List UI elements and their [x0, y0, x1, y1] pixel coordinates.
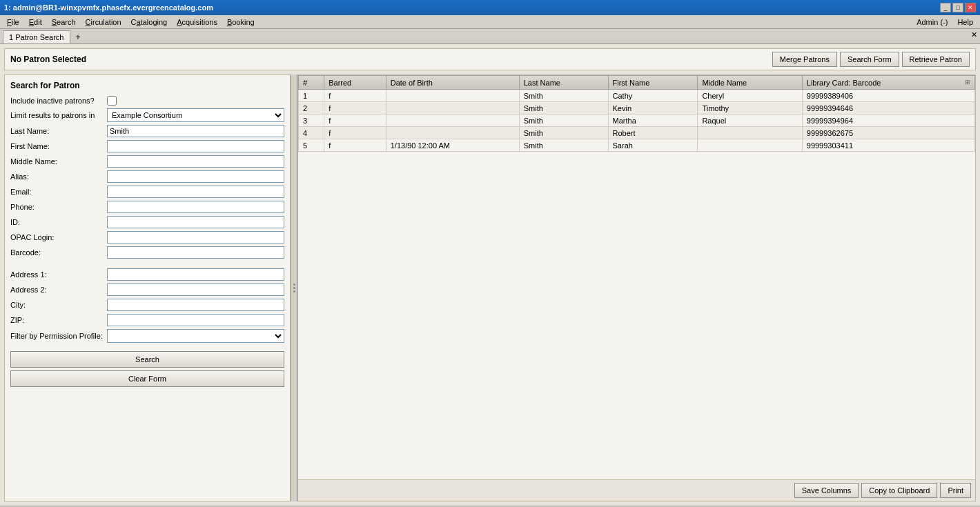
title-bar-text: 1: admin@BR1-winxpvmfx.phasefx.evergreen… [4, 3, 213, 12]
label-city: City: [10, 301, 107, 309]
permission-profile-select[interactable] [107, 329, 284, 343]
table-row[interactable]: 3fSmithMarthaRaquel99999394964 [299, 115, 975, 127]
label-permission: Filter by Permission Profile: [10, 332, 107, 340]
phone-input[interactable] [107, 201, 284, 213]
cell-barred: f [324, 115, 386, 127]
cell-barcode: 99999394964 [802, 115, 974, 127]
table-row[interactable]: 1fSmithCathyCheryl99999389406 [299, 90, 975, 102]
col-barred[interactable]: Barred [324, 76, 386, 90]
form-row-opac: OPAC Login: [10, 231, 284, 243]
search-form: Search for Patron Include inactive patro… [4, 74, 291, 501]
cell-barred: f [324, 127, 386, 139]
cell-last: Smith [519, 115, 608, 127]
address2-input[interactable] [107, 284, 284, 296]
results-table: # Barred Date of Birth Last Name First N… [298, 75, 975, 479]
menu-acquisitions[interactable]: Acquisitions [173, 17, 222, 28]
id-input[interactable] [107, 216, 284, 228]
table-row[interactable]: 4fSmithRobert99999362675 [299, 127, 975, 139]
maximize-button[interactable]: □ [952, 3, 963, 12]
tab-close-icon[interactable]: ✕ [971, 30, 977, 39]
close-button[interactable]: ✕ [965, 3, 976, 12]
form-row-barcode: Barcode: [10, 246, 284, 259]
cell-last: Smith [519, 127, 608, 139]
divider-dot-2 [293, 287, 295, 289]
col-firstname[interactable]: First Name [608, 76, 698, 90]
form-row-limit: Limit results to patrons in Example Cons… [10, 108, 284, 122]
cell-middle [698, 139, 802, 152]
copy-clipboard-button[interactable]: Copy to Clipboard [861, 483, 937, 498]
menu-file[interactable]: File [3, 17, 23, 28]
col-barcode[interactable]: Library Card: Barcode ⊞ [802, 76, 974, 90]
print-button[interactable]: Print [940, 483, 971, 498]
search-form-title: Search for Patron [10, 81, 284, 90]
divider-dot-3 [293, 290, 295, 292]
tab-patron-search[interactable]: 1 Patron Search [3, 30, 70, 43]
col-middlename[interactable]: Middle Name [698, 76, 802, 90]
form-row-lastname: Last Name: [10, 125, 284, 137]
patron-table: # Barred Date of Birth Last Name First N… [298, 75, 975, 152]
retrieve-patron-button[interactable]: Retrieve Patron [902, 52, 970, 67]
clear-form-button[interactable]: Clear Form [10, 370, 284, 387]
form-row-email: Email: [10, 186, 284, 198]
alias-input[interactable] [107, 170, 284, 183]
col-num[interactable]: # [299, 76, 324, 90]
merge-patrons-button[interactable]: Merge Patrons [772, 52, 837, 67]
title-bar: 1: admin@BR1-winxpvmfx.phasefx.evergreen… [0, 0, 980, 15]
help-menu[interactable]: Help [953, 17, 977, 28]
zip-input[interactable] [107, 314, 284, 326]
cell-first: Cathy [608, 90, 698, 102]
label-phone: Phone: [10, 203, 107, 211]
email-input[interactable] [107, 186, 284, 198]
label-inactive: Include inactive patrons? [10, 97, 107, 105]
menu-booking[interactable]: Booking [223, 17, 259, 28]
table-row[interactable]: 5f1/13/90 12:00 AMSmithSarah99999303411 [299, 139, 975, 152]
title-bar-controls[interactable]: _ □ ✕ [940, 3, 976, 12]
menu-circulation[interactable]: Circulation [81, 17, 126, 28]
tab-add-button[interactable]: + [72, 31, 85, 43]
first-name-input[interactable] [107, 140, 284, 152]
opac-login-input[interactable] [107, 231, 284, 243]
cell-num: 3 [299, 115, 324, 127]
col-dob[interactable]: Date of Birth [386, 76, 519, 90]
form-row-permission: Filter by Permission Profile: [10, 329, 284, 343]
minimize-button[interactable]: _ [940, 3, 951, 12]
label-email: Email: [10, 188, 107, 196]
menu-edit[interactable]: Edit [25, 17, 46, 28]
label-opac: OPAC Login: [10, 233, 107, 241]
form-row-id: ID: [10, 216, 284, 228]
search-form-button[interactable]: Search Form [840, 52, 899, 67]
last-name-input[interactable] [107, 125, 284, 137]
include-inactive-checkbox[interactable] [107, 96, 117, 106]
col-lastname[interactable]: Last Name [519, 76, 608, 90]
admin-menu[interactable]: Admin (-) [912, 17, 952, 28]
menu-cataloging[interactable]: Cataloging [127, 17, 172, 28]
label-zip: ZIP: [10, 316, 107, 324]
city-input[interactable] [107, 299, 284, 311]
save-columns-button[interactable]: Save Columns [794, 483, 859, 498]
cell-last: Smith [519, 90, 608, 102]
limit-select[interactable]: Example Consortium Branch 1 Branch 2 [107, 108, 284, 122]
search-button[interactable]: Search [10, 351, 284, 368]
cell-barred: f [324, 102, 386, 115]
cell-last: Smith [519, 102, 608, 115]
cell-dob [386, 102, 519, 115]
results-area: # Barred Date of Birth Last Name First N… [297, 74, 976, 501]
label-lastname: Last Name: [10, 127, 107, 135]
form-buttons: Search Clear Form [10, 351, 284, 387]
cell-last: Smith [519, 139, 608, 152]
cell-first: Martha [608, 115, 698, 127]
menu-search[interactable]: Search [48, 17, 80, 28]
barcode-input[interactable] [107, 246, 284, 259]
tab-bar: 1 Patron Search + ✕ [0, 29, 980, 44]
label-limit: Limit results to patrons in [10, 111, 107, 119]
cell-dob: 1/13/90 12:00 AM [386, 139, 519, 152]
label-alias: Alias: [10, 172, 107, 181]
bottom-bar: Save Columns Copy to Clipboard Print [298, 479, 975, 501]
label-barcode: Barcode: [10, 248, 107, 257]
label-address1: Address 1: [10, 270, 107, 279]
address1-input[interactable] [107, 268, 284, 281]
middle-name-input[interactable] [107, 155, 284, 168]
col-resize-icon: ⊞ [965, 79, 970, 86]
menu-bar: File Edit Search Circulation Cataloging … [0, 15, 980, 29]
table-row[interactable]: 2fSmithKevinTimothy99999394646 [299, 102, 975, 115]
